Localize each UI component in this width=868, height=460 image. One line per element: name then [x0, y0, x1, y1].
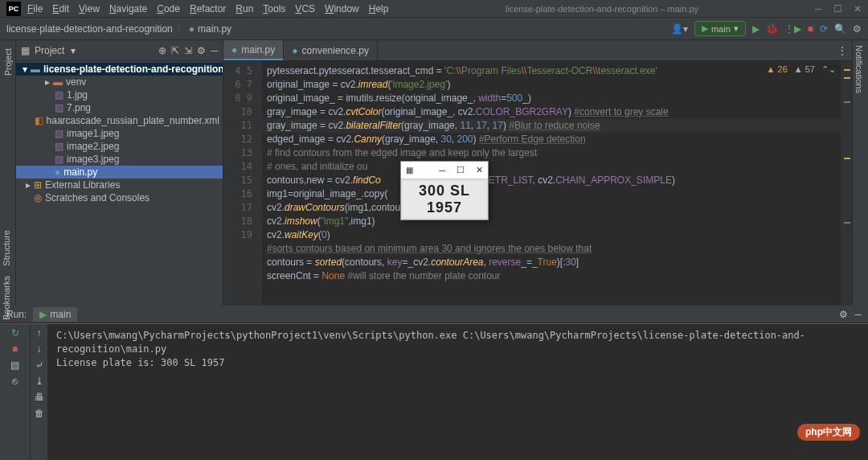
notifications-tab[interactable]: Notifications	[853, 40, 866, 98]
gutter: 4 5 6 7 8 9 10 11 12 13 14 15 16 17 18 1…	[223, 61, 262, 306]
minimize-icon[interactable]: ─	[815, 3, 822, 14]
hide-icon[interactable]: ─	[854, 309, 862, 320]
tree-scratches[interactable]: ◎Scratches and Consoles	[16, 191, 223, 204]
menu-code[interactable]: Code	[157, 3, 180, 14]
tree-label: image1.jpeg	[67, 128, 119, 139]
collapse-all-icon[interactable]: ⇲	[184, 45, 192, 56]
maximize-icon[interactable]: ☐	[457, 165, 465, 175]
tree-item[interactable]: ▧image2.jpeg	[16, 140, 223, 153]
run-tab[interactable]: ▶main	[33, 307, 77, 322]
menu-tools[interactable]: Tools	[263, 3, 285, 14]
error-stripe[interactable]	[841, 61, 852, 306]
menu-run[interactable]: Run	[235, 3, 253, 14]
inspection-widget[interactable]: ▲ 26 ▲ 57 ⌃⌄	[767, 64, 836, 75]
tree-label: venv	[66, 76, 86, 88]
trash-icon[interactable]: 🗑	[35, 408, 44, 419]
down-icon[interactable]: ↓	[37, 343, 42, 355]
gear-icon[interactable]: ⚙	[197, 45, 206, 56]
wrap-icon[interactable]: ⤶	[35, 359, 43, 371]
tree-item[interactable]: ▧image1.jpeg	[16, 127, 223, 140]
close-icon[interactable]: ✕	[854, 3, 862, 14]
window-controls: ─ ☐ ✕	[815, 3, 862, 14]
left-tool-strip-lower: Structure Bookmarks	[0, 225, 16, 325]
tab-main[interactable]: ●main.py	[223, 40, 284, 60]
run-config-selector[interactable]: ▶ main ▾	[694, 21, 746, 36]
tree-label: image3.jpeg	[67, 154, 119, 165]
imshow-icon: ▦	[406, 166, 413, 175]
expand-all-icon[interactable]: ⇱	[171, 45, 179, 56]
warn-count-yellow: 26	[778, 64, 788, 74]
project-tool-tab[interactable]: Project	[2, 43, 14, 80]
folder-icon: ▦	[21, 45, 30, 56]
close-icon[interactable]: ✕	[476, 165, 483, 175]
print-icon[interactable]: 🖶	[35, 392, 44, 403]
run-header: Run: ▶main ⚙ ─	[0, 306, 868, 323]
run-icon[interactable]: ▶	[752, 23, 760, 35]
menu-navigate[interactable]: Navigate	[109, 3, 147, 14]
maximize-icon[interactable]: ☐	[833, 3, 842, 14]
structure-tab[interactable]: Structure	[0, 225, 13, 271]
tree-label: haarcascade_russian_plate_number.xml	[47, 115, 219, 126]
window-title: license-plate-detection-and-recognition …	[388, 4, 815, 14]
warn-count-weak: 57	[805, 64, 815, 74]
tree-label: 7.png	[67, 102, 91, 113]
tree-item[interactable]: ▸▬venv	[16, 76, 223, 88]
tree-root[interactable]: ▾▬ license-plate-detection-and-recogniti…	[16, 63, 223, 76]
search-icon[interactable]: 🔍	[834, 23, 846, 35]
menu-view[interactable]: View	[79, 3, 100, 14]
imshow-body: 300 SL 1957	[401, 179, 488, 220]
tree-item[interactable]: ◧haarcascade_russian_plate_number.xml	[16, 114, 223, 127]
tree-item[interactable]: ▧1.jpg	[16, 88, 223, 101]
gear-icon[interactable]: ⚙	[839, 309, 848, 320]
menu-vcs[interactable]: VCS	[295, 3, 315, 14]
minimize-icon[interactable]: ─	[439, 166, 445, 175]
tree-item-main[interactable]: ●main.py	[16, 166, 223, 179]
chevron-up-down-icon[interactable]: ⌃⌄	[821, 64, 836, 75]
menu-window[interactable]: Window	[325, 3, 359, 14]
layout-icon[interactable]: ▤	[10, 359, 19, 371]
tabs-more-icon[interactable]: ⋮	[833, 40, 852, 60]
debug-icon[interactable]: 🐞	[766, 23, 778, 35]
editor-tabs: ●main.py ●convenience.py ⋮	[223, 40, 852, 61]
tree-label: main.py	[63, 166, 97, 178]
menu-help[interactable]: Help	[369, 3, 389, 14]
project-panel-title: Project	[35, 45, 64, 56]
tree-external-libs[interactable]: ▸⊞External Libraries	[16, 179, 223, 191]
navigation-bar: license-plate-detection-and-recognition …	[0, 18, 868, 40]
tree-label: 1.jpg	[67, 89, 88, 101]
stop-icon[interactable]: ■	[808, 23, 813, 35]
stop-icon[interactable]: ■	[12, 343, 18, 355]
tree-item[interactable]: ▧image3.jpeg	[16, 153, 223, 166]
run-tab-label: main	[50, 309, 71, 320]
menu-refactor[interactable]: Refactor	[190, 3, 226, 14]
run-toolbar-output: ↑ ↓ ⤶ ⤓ 🖶 🗑	[31, 324, 48, 460]
hide-icon[interactable]: ─	[211, 45, 218, 56]
breadcrumb-project[interactable]: license-plate-detection-and-recognition	[6, 23, 173, 35]
console-output[interactable]: C:\Users\mwang\PycharmProjects\pythonPro…	[48, 324, 868, 460]
user-icon[interactable]: 👤▾	[671, 23, 688, 35]
settings-icon[interactable]: ⚙	[853, 23, 862, 35]
scroll-icon[interactable]: ⤓	[35, 376, 43, 387]
menu-edit[interactable]: Edit	[52, 3, 69, 14]
editor-content[interactable]: 4 5 6 7 8 9 10 11 12 13 14 15 16 17 18 1…	[223, 61, 852, 306]
tree-label: External Libraries	[45, 179, 120, 191]
select-opened-icon[interactable]: ⊕	[158, 45, 166, 56]
project-panel-header: ▦ Project ▾ ⊕ ⇱ ⇲ ⚙ ─	[16, 40, 223, 61]
run-config-label: main	[711, 24, 731, 34]
menu-file[interactable]: File	[27, 3, 43, 14]
up-icon[interactable]: ↑	[37, 327, 42, 339]
code-area[interactable]: pytesseract.pytesseract.tesseract_cmd = …	[262, 61, 841, 306]
project-tree[interactable]: ▾▬ license-plate-detection-and-recogniti…	[16, 61, 223, 306]
tree-item[interactable]: ▧7.png	[16, 101, 223, 114]
bookmarks-tab[interactable]: Bookmarks	[0, 271, 13, 325]
git-update-icon[interactable]: ⟳	[820, 23, 828, 35]
pin-icon[interactable]: ⎋	[12, 376, 18, 387]
rerun-icon[interactable]: ↻	[11, 327, 19, 339]
imshow-window[interactable]: ▦ ─ ☐ ✕ 300 SL 1957	[400, 161, 489, 220]
chevron-down-icon[interactable]: ▾	[71, 45, 76, 56]
breadcrumb-file[interactable]: main.py	[198, 23, 231, 35]
tab-convenience[interactable]: ●convenience.py	[284, 40, 378, 60]
imshow-titlebar[interactable]: ▦ ─ ☐ ✕	[401, 162, 488, 179]
tree-label: image2.jpeg	[67, 141, 119, 152]
more-run-icon[interactable]: ⋮▶	[784, 23, 801, 35]
